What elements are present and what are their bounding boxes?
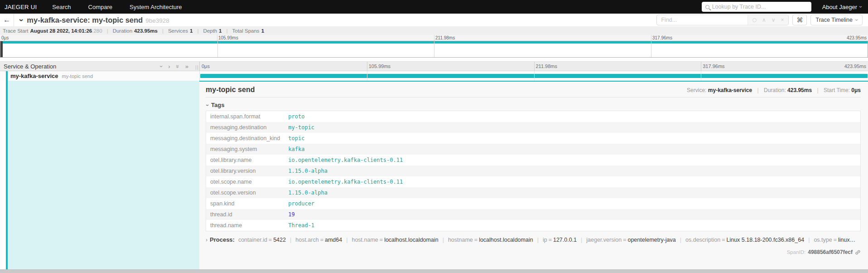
nav-item-search[interactable]: Search (52, 4, 71, 10)
clear-find-icon[interactable]: × (781, 17, 784, 23)
tag-key: thread.id (206, 209, 285, 220)
keyboard-shortcuts-button[interactable]: ⌘ (792, 15, 807, 25)
trace-minimap[interactable] (0, 41, 868, 58)
span-name-cell[interactable]: my-kafka-service my-topic send (6, 71, 199, 81)
duration-value: 423.95ms (787, 87, 812, 93)
timeline-gridline (534, 71, 535, 81)
tags-section-toggle[interactable]: › Tags (206, 100, 861, 111)
tag-value: 1.15.0-alpha (284, 166, 860, 176)
collapse-all-icon[interactable]: » (175, 64, 181, 68)
bottom-scrollbar-strip[interactable] (0, 269, 868, 273)
tag-row: thread.id19 (206, 209, 861, 220)
span-detail-title: my-topic send (206, 86, 255, 94)
span-id-label: SpanID: (787, 249, 806, 255)
service-operation-header: Service & Operation › › » » (0, 62, 199, 71)
divider: | (290, 237, 291, 243)
find-box: ∧ ∨ × (656, 15, 789, 25)
tag-row: thread.nameThread-1 (206, 220, 861, 231)
spacer (0, 58, 868, 61)
divider: | (817, 87, 818, 93)
previous-match-icon[interactable]: ∧ (762, 17, 766, 23)
divider: | (581, 237, 582, 243)
process-key: jaeger.version (586, 237, 622, 243)
find-controls: ∧ ∨ × (747, 15, 789, 25)
chevron-down-icon: › (858, 6, 863, 8)
span-id-value: 498856af6507fecf (808, 249, 853, 255)
process-key: process.command_line (859, 237, 861, 243)
tag-value: my-topic (284, 122, 860, 133)
total-spans-value: 1 (261, 28, 264, 34)
tag-row: otel.library.version1.15.0-alpha (206, 166, 861, 176)
tag-row: messaging.destination_kindtopic (206, 133, 861, 144)
tag-value: producer (284, 198, 860, 209)
copy-link-icon[interactable] (855, 249, 861, 255)
trace-view-selector[interactable]: Trace Timeline › (810, 15, 863, 25)
trace-lookup-box[interactable] (702, 2, 811, 12)
span-row[interactable]: my-kafka-service my-topic send (0, 71, 868, 81)
tag-key: messaging.destination_kind (206, 133, 285, 144)
tick-label: 211.98ms (534, 63, 558, 69)
search-icon (705, 5, 709, 9)
timeline-gridline (434, 41, 434, 57)
process-value: Linux 5.18.18-200.fc36.x86_64 (726, 237, 804, 243)
span-detail-overview: Service: my-kafka-service | Duration: 42… (687, 87, 861, 93)
divider: | (757, 87, 759, 93)
span-operation-name: my-topic send (62, 73, 93, 79)
trace-title: my-kafka-service: my-topic send9be3928 (27, 16, 169, 24)
nav-item-compare[interactable]: Compare (88, 4, 112, 10)
process-value: opentelemetry-java (627, 237, 675, 243)
duration-label: Duration: (764, 87, 786, 93)
tag-key: otel.library.version (206, 166, 285, 176)
equals-sign: = (834, 237, 837, 243)
tick-label: 0μs (200, 63, 210, 69)
trace-title-bar: ← › my-kafka-service: my-topic send9be39… (0, 14, 868, 26)
tag-row: messaging.destinationmy-topic (206, 122, 861, 133)
services-value: 1 (190, 28, 193, 34)
app-logo[interactable]: JAEGER UI (5, 4, 37, 10)
tag-value: io.opentelemetry.kafka-clients-0.11 (284, 155, 860, 166)
divider: | (107, 28, 108, 34)
tick-label: 317.96ms (701, 63, 724, 69)
divider: | (227, 28, 228, 34)
trace-start-label: Trace Start (3, 28, 28, 34)
span-timeline-cell[interactable] (199, 71, 868, 81)
process-section-toggle[interactable]: ›Process:container.id=5422|host.arch=amd… (206, 236, 861, 243)
expand-all-icon[interactable]: » (185, 63, 188, 69)
timeline-gridline (217, 41, 218, 57)
collapse-one-icon[interactable]: › (159, 65, 164, 67)
trace-lookup-input[interactable] (712, 4, 808, 10)
column-resizer-handle[interactable] (196, 65, 198, 70)
service-label: Service: (687, 87, 706, 93)
tag-value: 19 (284, 209, 860, 220)
divider: | (537, 237, 539, 243)
tag-key: messaging.destination (206, 122, 285, 133)
focus-match-icon[interactable] (752, 18, 757, 22)
back-button[interactable]: ← (0, 14, 14, 26)
tag-key: span.kind (206, 198, 285, 209)
minimap-scrubber-handle[interactable] (0, 41, 3, 57)
tags-table: internal.span.formatprotomessaging.desti… (206, 111, 861, 231)
tag-row: otel.scope.version1.15.0-alpha (206, 187, 861, 198)
about-jaeger-menu[interactable]: About Jaeger › (822, 4, 862, 10)
total-spans-label: Total Spans (232, 28, 260, 34)
tag-value: Thread-1 (284, 220, 860, 231)
span-detail-row: my-topic send Service: my-kafka-service … (0, 81, 868, 269)
tag-key: otel.scope.name (206, 176, 285, 187)
top-nav-bar: JAEGER UI SearchCompareSystem Architectu… (0, 0, 868, 14)
find-input[interactable] (657, 17, 747, 23)
process-key: container.id (238, 237, 267, 243)
process-key: host.name (352, 237, 378, 243)
tags-section-label: Tags (211, 102, 224, 108)
selected-span-highlight (6, 81, 199, 269)
collapse-trace-chevron-icon[interactable]: › (18, 19, 26, 21)
next-match-icon[interactable]: ∨ (772, 17, 776, 23)
nav-item-system-architecture[interactable]: System Architecture (130, 4, 182, 10)
depth-value: 1 (219, 28, 222, 34)
divider (206, 97, 861, 98)
top-nav-menu: SearchCompareSystem Architecture (52, 4, 182, 10)
tick-label: 105.99ms (217, 35, 238, 40)
process-key: host.arch (295, 237, 318, 243)
span-service-name: my-kafka-service (10, 73, 58, 79)
expand-one-icon[interactable]: › (168, 63, 170, 69)
equals-sign: = (549, 237, 552, 243)
